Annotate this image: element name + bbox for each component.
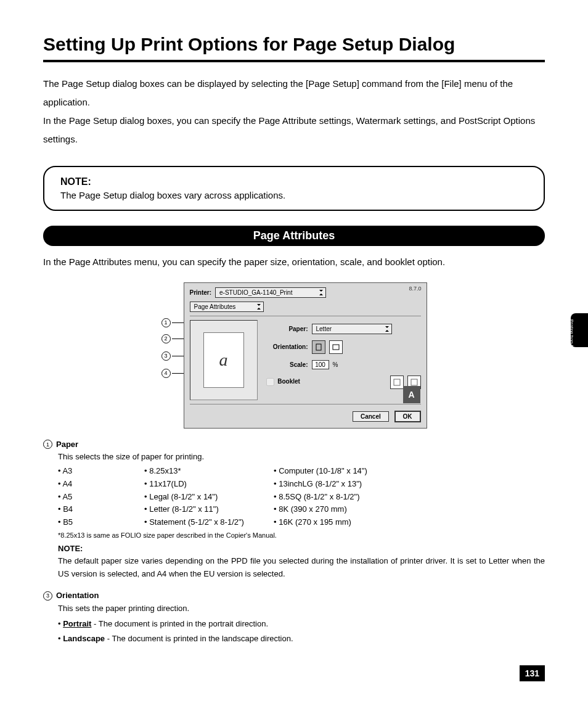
page-number: 131 <box>520 665 545 681</box>
paper-size: 8K (390 x 270 mm) <box>274 503 367 516</box>
title-rule <box>43 60 545 62</box>
dialog-figure: 1 2 3 4 8.7.0 Printe <box>43 282 545 429</box>
paper-size: 16K (270 x 195 mm) <box>274 516 367 529</box>
booklet-label: Booklet <box>277 378 300 385</box>
paper-size: A4 <box>58 478 144 491</box>
printer-label: Printer: <box>190 289 212 296</box>
paper-note-head: NOTE: <box>58 544 83 553</box>
orientation-portrait-desc: - The document is printed in the portrai… <box>91 619 268 628</box>
svg-rect-2 <box>394 379 400 385</box>
orientation-landscape-name: Landscape <box>63 634 105 643</box>
page-setup-dialog: 8.7.0 Printer: e-STUDIO_GA-1140_Print Pa… <box>184 282 427 429</box>
dialog-divider <box>190 316 421 316</box>
page: Setting Up Print Options for Page Setup … <box>0 0 588 706</box>
def-paper: 1 Paper This selects the size of paper f… <box>43 438 545 581</box>
paper-size: 8.25x13* <box>144 465 274 478</box>
paper-size: Legal (8-1/2" x 14") <box>144 491 274 504</box>
dialog-version: 8.7.0 <box>409 285 421 292</box>
note-box: NOTE: The Page Setup dialog boxes vary a… <box>43 166 545 211</box>
paper-size: 13inchLG (8-1/2" x 13") <box>274 478 367 491</box>
scale-percent-label: % <box>333 361 338 368</box>
paper-size: B4 <box>58 503 144 516</box>
paper-select[interactable]: Letter <box>312 324 392 334</box>
section-header: Page Attributes <box>43 226 545 246</box>
paper-footnote: *8.25x13 is same as FOLIO size paper des… <box>58 530 545 541</box>
callout-2: 2 <box>161 334 171 343</box>
svg-rect-0 <box>316 344 321 350</box>
orientation-portrait-name: Portrait <box>63 619 91 628</box>
def-title-paper: Paper <box>56 438 78 451</box>
paper-size: 8.5SQ (8-1/2" x 8-1/2") <box>274 491 367 504</box>
paper-label: Paper: <box>264 326 308 332</box>
def-orientation-desc: This sets the paper printing direction. <box>58 602 545 615</box>
orientation-option: Landscape - The document is printed in t… <box>65 633 545 646</box>
def-number-1: 1 <box>43 440 52 449</box>
intro-paragraph-1: The Page Setup dialog boxes can be displ… <box>43 75 545 112</box>
paper-size: 11x17(LD) <box>144 478 274 491</box>
scale-input[interactable]: 100 <box>312 360 329 369</box>
paper-size-columns: A3 A4 A5 B4 B5 8.25x13* 11x17(LD) Legal … <box>58 465 545 529</box>
paper-size: Letter (8-1/2" x 11") <box>144 503 274 516</box>
orientation-option: Portrait - The document is printed in th… <box>65 618 545 631</box>
panel-select[interactable]: Page Attributes <box>190 302 264 312</box>
adobe-logo-icon: A <box>403 386 420 403</box>
callout-column: 1 2 3 4 <box>161 282 180 429</box>
def-title-orientation: Orientation <box>56 589 99 602</box>
definitions: 1 Paper This selects the size of paper f… <box>43 438 545 646</box>
booklet-checkbox[interactable] <box>266 378 274 386</box>
orientation-label: Orientation: <box>264 343 308 350</box>
def-paper-desc: This selects the size of paper for print… <box>58 451 545 464</box>
dialog-divider <box>190 404 421 404</box>
intro-text: The Page Setup dialog boxes can be displ… <box>43 75 545 149</box>
svg-rect-3 <box>411 379 417 385</box>
paper-size: A5 <box>58 491 144 504</box>
orientation-landscape-desc: - The document is printed in the landsca… <box>105 634 293 643</box>
printer-select[interactable]: e-STUDIO_GA-1140_Print <box>215 287 326 298</box>
paper-size: Computer (10-1/8" x 14") <box>274 465 367 478</box>
paper-size: B5 <box>58 516 144 529</box>
svg-rect-1 <box>333 345 339 350</box>
scale-label: Scale: <box>264 361 308 368</box>
booklet-icon-1[interactable] <box>390 376 404 389</box>
callout-3: 3 <box>161 351 171 361</box>
def-number-3: 3 <box>43 591 52 601</box>
paper-note-body: The default paper size varies depending … <box>58 556 545 578</box>
callout-1: 1 <box>161 318 171 327</box>
chapter-side-tab: Printing from Mac OS Computer <box>571 313 588 347</box>
page-preview-box: a <box>190 320 258 400</box>
note-body: The Page Setup dialog boxes vary across … <box>60 190 528 200</box>
note-heading: NOTE: <box>60 176 528 187</box>
intro-paragraph-2: In the Page Setup dialog boxes, you can … <box>43 112 545 149</box>
orientation-landscape-icon[interactable] <box>329 340 343 354</box>
section-intro: In the Page Attributes menu, you can spe… <box>43 253 545 271</box>
page-preview-glyph: a <box>203 332 244 388</box>
callout-4: 4 <box>161 369 171 378</box>
paper-size: Statement (5-1/2" x 8-1/2") <box>144 516 274 529</box>
ok-button[interactable]: OK <box>394 411 421 422</box>
cancel-button[interactable]: Cancel <box>353 411 389 422</box>
chapter-tab-label: Printing from Mac OS Computer <box>571 319 574 347</box>
def-orientation: 3 Orientation This sets the paper printi… <box>43 589 545 646</box>
paper-size: A3 <box>58 465 144 478</box>
page-title: Setting Up Print Options for Page Setup … <box>43 25 545 60</box>
orientation-portrait-icon[interactable] <box>312 340 325 354</box>
